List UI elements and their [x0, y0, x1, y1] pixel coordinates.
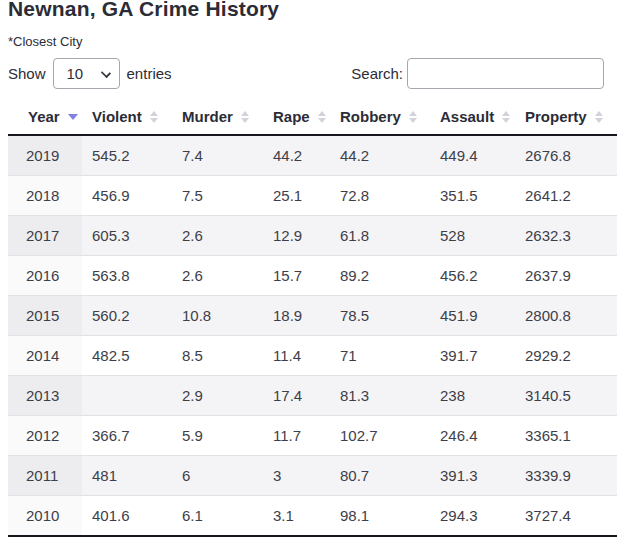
cell-year: 2011 — [8, 456, 82, 496]
column-header-violent[interactable]: Violent — [82, 100, 172, 135]
column-label: Murder — [182, 108, 233, 125]
cell-year: 2016 — [8, 256, 82, 296]
cell-robbery: 89.2 — [330, 256, 430, 296]
cell-murder: 7.5 — [172, 176, 263, 216]
column-header-property[interactable]: Property — [515, 100, 617, 135]
header-row: YearViolentMurderRapeRobberyAssaultPrope… — [8, 100, 617, 135]
cell-rape: 15.7 — [263, 256, 330, 296]
column-header-rape[interactable]: Rape — [263, 100, 330, 135]
column-label: Robbery — [340, 108, 401, 125]
crime-history-page: Newnan, GA Crime History *Closest City S… — [8, 0, 617, 537]
cell-violent: 366.7 — [82, 416, 172, 456]
crime-history-table: YearViolentMurderRapeRobberyAssaultPrope… — [8, 100, 617, 537]
cell-year: 2019 — [8, 135, 82, 176]
cell-assault: 246.4 — [430, 416, 515, 456]
cell-robbery: 72.8 — [330, 176, 430, 216]
sort-both-icon — [595, 111, 603, 123]
closest-city-note: *Closest City — [8, 34, 617, 49]
cell-rape: 44.2 — [263, 135, 330, 176]
column-header-assault[interactable]: Assault — [430, 100, 515, 135]
column-label: Year — [28, 108, 60, 125]
table-row-2011: 20114816380.7391.33339.9 — [8, 456, 617, 496]
chevron-down-icon — [100, 68, 110, 78]
cell-assault: 528 — [430, 216, 515, 256]
cell-murder: 2.6 — [172, 256, 263, 296]
cell-robbery: 71 — [330, 336, 430, 376]
sort-both-icon — [318, 111, 326, 123]
table-row-2019: 2019545.27.444.244.2449.42676.8 — [8, 135, 617, 176]
column-label: Rape — [273, 108, 310, 125]
table-row-2014: 2014482.58.511.471391.72929.2 — [8, 336, 617, 376]
column-header-year[interactable]: Year — [8, 100, 82, 135]
cell-robbery: 44.2 — [330, 135, 430, 176]
show-label: Show — [8, 65, 46, 82]
cell-murder: 2.6 — [172, 216, 263, 256]
cell-assault: 391.7 — [430, 336, 515, 376]
cell-year: 2014 — [8, 336, 82, 376]
cell-violent: 401.6 — [82, 496, 172, 537]
cell-violent: 456.9 — [82, 176, 172, 216]
cell-murder: 8.5 — [172, 336, 263, 376]
table-row-2016: 2016563.82.615.789.2456.22637.9 — [8, 256, 617, 296]
cell-violent: 560.2 — [82, 296, 172, 336]
cell-year: 2013 — [8, 376, 82, 416]
page-title: Newnan, GA Crime History — [8, 0, 617, 20]
table-row-2013: 20132.917.481.32383140.5 — [8, 376, 617, 416]
column-label: Violent — [92, 108, 142, 125]
cell-property: 3727.4 — [515, 496, 617, 537]
column-label: Assault — [440, 108, 494, 125]
cell-assault: 456.2 — [430, 256, 515, 296]
cell-violent: 563.8 — [82, 256, 172, 296]
cell-murder: 6.1 — [172, 496, 263, 537]
cell-property: 3339.9 — [515, 456, 617, 496]
table-row-2015: 2015560.210.818.978.5451.92800.8 — [8, 296, 617, 336]
cell-murder: 7.4 — [172, 135, 263, 176]
search-input[interactable] — [407, 58, 604, 89]
cell-property: 3365.1 — [515, 416, 617, 456]
sort-both-icon — [150, 111, 158, 123]
cell-violent: 605.3 — [82, 216, 172, 256]
entries-select[interactable]: 10 — [53, 58, 120, 89]
cell-property: 2637.9 — [515, 256, 617, 296]
cell-murder: 2.9 — [172, 376, 263, 416]
entries-label: entries — [127, 65, 172, 82]
cell-year: 2010 — [8, 496, 82, 537]
cell-violent: 545.2 — [82, 135, 172, 176]
cell-year: 2017 — [8, 216, 82, 256]
cell-murder: 10.8 — [172, 296, 263, 336]
cell-property: 2929.2 — [515, 336, 617, 376]
column-header-robbery[interactable]: Robbery — [330, 100, 430, 135]
cell-rape: 11.7 — [263, 416, 330, 456]
cell-assault: 238 — [430, 376, 515, 416]
cell-assault: 351.5 — [430, 176, 515, 216]
cell-rape: 3 — [263, 456, 330, 496]
cell-robbery: 81.3 — [330, 376, 430, 416]
cell-assault: 451.9 — [430, 296, 515, 336]
search-control: Search: — [351, 58, 604, 89]
entries-select-value: 10 — [67, 65, 84, 82]
cell-murder: 5.9 — [172, 416, 263, 456]
cell-property: 2676.8 — [515, 135, 617, 176]
cell-violent — [82, 376, 172, 416]
cell-robbery: 102.7 — [330, 416, 430, 456]
cell-robbery: 78.5 — [330, 296, 430, 336]
table-controls: Show 10 entries Search: — [8, 58, 617, 89]
cell-rape: 25.1 — [263, 176, 330, 216]
crime-table-wrap: YearViolentMurderRapeRobberyAssaultPrope… — [8, 100, 617, 537]
sort-both-icon — [241, 111, 249, 123]
cell-rape: 3.1 — [263, 496, 330, 537]
table-row-2010: 2010401.66.13.198.1294.33727.4 — [8, 496, 617, 537]
cell-robbery: 61.8 — [330, 216, 430, 256]
cell-property: 2632.3 — [515, 216, 617, 256]
column-header-murder[interactable]: Murder — [172, 100, 263, 135]
table-row-2018: 2018456.97.525.172.8351.52641.2 — [8, 176, 617, 216]
cell-property: 2800.8 — [515, 296, 617, 336]
cell-assault: 391.3 — [430, 456, 515, 496]
cell-robbery: 98.1 — [330, 496, 430, 537]
column-label: Property — [525, 108, 587, 125]
cell-rape: 18.9 — [263, 296, 330, 336]
cell-year: 2015 — [8, 296, 82, 336]
sort-desc-icon — [68, 114, 78, 120]
cell-year: 2012 — [8, 416, 82, 456]
cell-rape: 17.4 — [263, 376, 330, 416]
